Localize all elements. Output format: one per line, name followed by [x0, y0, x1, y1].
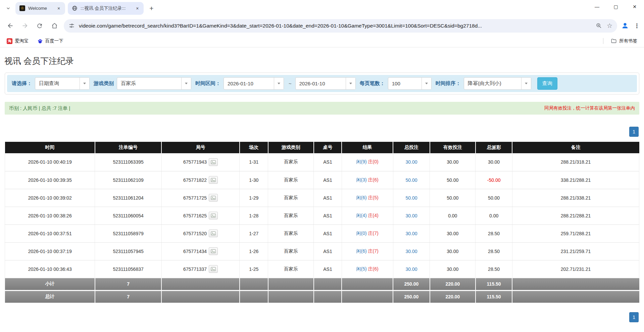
tab-betrecord[interactable]: :::视讯 会员下注纪录::: × [68, 2, 144, 15]
cell-session: 1-31 [240, 153, 268, 171]
cell-note: 288.21/288.21 [512, 207, 639, 224]
select-type-label: 请选择： [12, 80, 32, 87]
cell-time: 2026-01-10 00:37:19 [5, 242, 95, 260]
game-kind-select[interactable]: 百家乐 [117, 77, 191, 90]
total-valid-bet: 220.00 [430, 290, 476, 303]
date-end-value: 2026-01-10 [296, 78, 346, 89]
cell-table-no: AS1 [314, 242, 342, 260]
browser-menu-icon[interactable]: ⋮ [633, 20, 641, 32]
all-bookmarks-button[interactable]: 所有书签 [608, 37, 640, 45]
result-image-button[interactable] [209, 230, 218, 237]
result-image-button[interactable] [209, 212, 218, 219]
pagination-page-1-bottom[interactable]: 1 [629, 312, 639, 322]
chevron-down-icon[interactable] [80, 78, 89, 89]
table-body: 2026-01-10 00:40:19 523111063395 6757719… [5, 153, 639, 303]
sort-select[interactable]: 降幂(由大到小) [464, 77, 531, 90]
page-title: 视讯 会员下注纪录 [4, 55, 644, 67]
chevron-down-icon[interactable] [181, 78, 191, 89]
result-image-button[interactable] [209, 158, 218, 166]
date-start-select[interactable]: 2026-01-10 [224, 77, 284, 90]
cell-time: 2026-01-10 00:37:51 [5, 224, 95, 242]
tab-close-icon[interactable]: × [134, 5, 140, 11]
currency-summary: 币别 : 人民币 | 总共 :7 注单 | [9, 105, 70, 112]
result-image-button[interactable] [209, 176, 218, 184]
cell-total-bet[interactable]: 30.00 [393, 242, 430, 260]
date-start-value: 2026-01-10 [224, 78, 274, 89]
result-image-button[interactable] [209, 247, 218, 255]
bookmark-star-icon[interactable]: ☆ [607, 22, 612, 30]
total-row: 总计7250.00220.00115.50 [5, 290, 639, 303]
result-image-button[interactable] [209, 265, 218, 273]
cell-result: 闲(6) 庄(5) [342, 189, 393, 207]
cell-bet-id: 523111063395 [95, 153, 161, 171]
per-page-value: 100 [388, 78, 422, 89]
cell-payout: -50.00 [476, 171, 512, 189]
round-number: 675771337 [183, 266, 207, 272]
page-content: 视讯 会员下注纪录 请选择： 日期查询 游戏类别 百家乐 时间区间： 2026-… [0, 55, 644, 322]
cell-total-bet[interactable]: 30.00 [393, 260, 430, 278]
url-text[interactable]: videoie.com/game/betrecord_search/kind3?… [79, 23, 592, 29]
cell-total-bet[interactable]: 30.00 [393, 153, 430, 171]
cell-game-kind: 百家乐 [268, 189, 314, 207]
total-label: 总计 [5, 290, 95, 303]
search-button[interactable]: 查询 [537, 77, 557, 90]
chevron-down-icon[interactable] [346, 78, 355, 89]
sort-value: 降幂(由大到小) [464, 78, 521, 89]
cell-session: 1-29 [240, 189, 268, 207]
summary-bar: 币别 : 人民币 | 总共 :7 注单 | 同局有效投注，统一计算在该局第一张注… [5, 102, 639, 115]
cell-valid-bet: 0.00 [430, 207, 476, 224]
pagination-page-1-top[interactable]: 1 [629, 127, 639, 137]
result-player: 闲(6) [356, 195, 367, 200]
date-end-select[interactable]: 2026-01-10 [295, 77, 356, 90]
round-number: 675771725 [183, 195, 207, 201]
bookmark-taobao[interactable]: 淘 爱淘宝 [4, 37, 31, 45]
result-player: 闲(9) [356, 159, 367, 164]
cell-total-bet[interactable]: 30.00 [393, 224, 430, 242]
cell-session: 1-28 [240, 207, 268, 224]
chevron-down-icon[interactable] [422, 78, 431, 89]
col-note: 备注 [512, 142, 639, 153]
tab-search-chevron-icon[interactable] [3, 4, 13, 13]
profile-avatar-icon[interactable] [619, 20, 631, 32]
cell-table-no: AS1 [314, 189, 342, 207]
subtotal-row: 小计7250.00220.00115.50 [5, 278, 639, 290]
chevron-down-icon[interactable] [521, 78, 531, 89]
home-icon[interactable] [48, 19, 61, 32]
total-table-no [314, 290, 342, 303]
zoom-icon[interactable] [596, 23, 602, 29]
cell-bet-id: 523111061204 [95, 189, 161, 207]
col-payout: 总派彩 [476, 142, 512, 153]
result-banker: 庄(4) [368, 213, 379, 218]
site-settings-icon[interactable] [68, 23, 75, 29]
table-row: 2026-01-10 00:37:19 523111057945 6757714… [5, 242, 639, 260]
cell-note: 288.21/338.21 [512, 189, 639, 207]
cell-round: 675771822 [161, 171, 239, 189]
query-type-select[interactable]: 日期查询 [35, 77, 90, 90]
chevron-down-icon[interactable] [274, 78, 284, 89]
tab-welcome[interactable]: ♔ Welcome × [15, 2, 65, 15]
back-icon[interactable] [4, 19, 16, 32]
result-image-button[interactable] [209, 194, 218, 202]
cell-total-bet[interactable]: 50.00 [393, 189, 430, 207]
subtotal-label: 小计 [5, 278, 95, 290]
url-bar[interactable]: videoie.com/game/betrecord_search/kind3?… [64, 19, 617, 33]
cell-total-bet[interactable]: 30.00 [393, 207, 430, 224]
bookmark-baidu[interactable]: 百度一下 [35, 37, 66, 45]
maximize-button[interactable]: ▢ [606, 0, 625, 13]
cell-game-kind: 百家乐 [268, 224, 314, 242]
cell-total-bet[interactable]: 50.00 [393, 171, 430, 189]
new-tab-button[interactable]: + [146, 3, 156, 13]
table-row: 2026-01-10 00:38:26 523111060054 6757716… [5, 207, 639, 224]
result-banker: 庄(6) [368, 266, 379, 272]
forward-icon[interactable] [18, 19, 31, 32]
reload-icon[interactable] [33, 19, 46, 32]
tab-close-icon[interactable]: × [56, 5, 62, 11]
window-close-button[interactable]: ✕ [625, 0, 644, 13]
minimize-button[interactable]: — [588, 0, 606, 13]
table-row: 2026-01-10 00:39:35 523111062109 6757718… [5, 171, 639, 189]
cell-round: 675771434 [161, 242, 239, 260]
cell-payout: 50.00 [476, 189, 512, 207]
cell-bet-id: 523111062109 [95, 171, 161, 189]
cell-table-no: AS1 [314, 224, 342, 242]
per-page-select[interactable]: 100 [388, 77, 432, 90]
